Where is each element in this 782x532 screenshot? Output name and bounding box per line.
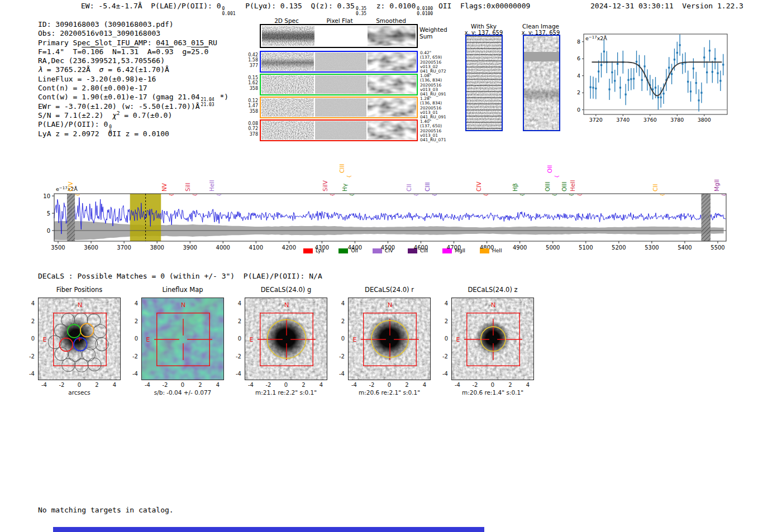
panel-ytick: 0	[23, 336, 35, 342]
panel-xtick: 2	[195, 382, 206, 388]
text-segment: ID: 3090168003 (3090168003.pdf)	[38, 20, 174, 28]
weighted-sum-label-line1: Weighted	[419, 27, 447, 33]
spec-line-brace: {	[346, 174, 352, 179]
text-segment: λ	[38, 65, 42, 74]
spectrum-legend: LyαOIICIVCIIIMgIIHeII	[303, 248, 502, 253]
fiber-cutout-row	[260, 74, 418, 95]
spec-line-label: CIV	[67, 181, 74, 191]
svg-text:4: 4	[577, 73, 580, 79]
spec-line-label: SiIV	[322, 180, 329, 191]
svg-text:4200: 4200	[282, 245, 296, 251]
panel-ytick: -4	[230, 371, 241, 377]
weighted-2d-spec-image	[262, 26, 314, 46]
spec-line-brace: {	[721, 192, 727, 198]
panel-xtick: 4	[316, 382, 327, 388]
text-segment: P(Lyα): 0.135 Q(z): 0.35	[237, 2, 355, 10]
spec-line-label: CII	[652, 184, 659, 191]
text-segment: EWr = -3.70(±1.20) (w: -5.50(±1.70))Å	[38, 102, 200, 111]
panel-xtick: -4	[39, 382, 50, 388]
panel-xtick: -4	[349, 382, 360, 388]
header-timestamp-version: 2024-12-31 03:30:11 Version 1.22.3	[590, 2, 743, 10]
text-segment: 25.0	[191, 47, 208, 56]
info-line: Obs: 20200516v013_3090168003	[38, 29, 228, 38]
panel-overlay: NE	[349, 298, 431, 380]
text-segment: Obs: 20200516v013_3090168003	[38, 29, 160, 37]
svg-text:E: E	[43, 336, 47, 343]
row-left-labels: 0.421.58377	[245, 52, 258, 68]
legend-label: OII	[351, 248, 357, 253]
panel-ytick: 0	[127, 336, 138, 342]
svg-text:3800: 3800	[698, 117, 711, 123]
panel-xtick: 4	[419, 382, 430, 388]
legend-label: MgII	[455, 248, 465, 253]
panel-image-decals: NE	[348, 298, 431, 380]
svg-text:8: 8	[577, 39, 580, 45]
panel-overlay: NE	[452, 298, 534, 380]
panel-ytick: 4	[127, 300, 138, 306]
row-smoothed-image	[368, 121, 416, 140]
legend-item: MgII	[442, 248, 465, 253]
text-segment: = 6.42(±1.70)Å	[103, 65, 169, 74]
weighted-sum-label: Weighted Sum	[419, 27, 447, 40]
panel-xtick: 0	[384, 382, 395, 388]
panel-ytick: 4	[230, 300, 241, 306]
svg-text:6: 6	[577, 55, 580, 61]
panel-caption: arcsecs	[26, 389, 132, 396]
text-segment: LyA z = 2.0972 OII z = 0.0100	[38, 130, 169, 138]
info-line: S/N = 7.1(±2.2) χ2 = 0.7(±0.0)	[38, 111, 228, 120]
panel-overlay: NE	[245, 298, 327, 380]
spec-line-brace: {	[554, 174, 560, 179]
panel-xtick: 4	[109, 382, 120, 388]
stacked-value: 0.350.35	[356, 7, 366, 16]
text-segment: N=	[103, 47, 121, 56]
spec-line-brace: {	[349, 192, 355, 198]
panel-xtick: 4	[212, 382, 223, 388]
text-segment: g=	[174, 47, 191, 56]
panel-ytick: 4	[333, 300, 345, 306]
spec-line-brace: {	[552, 192, 557, 198]
row-left-labels: 0.151.62358	[245, 75, 258, 91]
panel-xtick: -2	[263, 382, 274, 388]
panel-overlay: NE	[142, 298, 224, 380]
panel-caption: m:21.1 re:2.2" s:0.1"	[233, 389, 339, 396]
svg-text:N: N	[388, 301, 392, 309]
weighted-smoothed-image	[368, 26, 416, 46]
footer-note: No matching targets in catalog. Row inte…	[38, 488, 174, 532]
spec-line-brace: {	[192, 192, 198, 198]
panel-ytick: 0	[230, 336, 241, 342]
text-segment: 1.31	[121, 47, 139, 56]
header-summary-line: EW: -5.4±-1.7Å P(LAE)/P(OII): 000.001 P(…	[81, 2, 530, 16]
panel-ytick: 0	[437, 336, 448, 342]
svg-text:e−17x2Å: e−17x2Å	[585, 35, 607, 41]
text-segment: χ	[112, 111, 117, 119]
info-line: RA,Dec (236.399521,53.705566)	[38, 56, 228, 65]
column-header-smoothed: Smoothed	[365, 17, 417, 24]
weighted-sum-row	[260, 24, 418, 48]
svg-text:2: 2	[577, 89, 580, 95]
panel-xtick: 2	[92, 382, 103, 388]
spec-line-brace: {	[569, 192, 574, 198]
panel-image-lineflux: NE	[141, 298, 224, 380]
row-left-labels: 0.080.72378	[245, 121, 258, 137]
weighted-sum-label-line2: Sum	[419, 33, 447, 40]
text-segment: OII Flags:0x00000009	[434, 2, 530, 10]
panel-caption: m:20.6 re:2.1" s:0.1"	[336, 389, 442, 396]
info-line: LyA z = 2.0972 OII z = 0.0100	[38, 130, 228, 138]
legend-label: CIV	[385, 248, 393, 253]
panel-caption: m:20.6 re:1.4" s:0.1"	[440, 389, 546, 396]
spec-line-label: CIII	[338, 164, 346, 173]
row-right-labels: 0.42"(137, 659)20200516v013_02041_RU_072	[420, 51, 454, 74]
spec-line-brace: {	[577, 192, 583, 198]
row-pixel-flat-image	[315, 121, 366, 140]
svg-text:3900: 3900	[183, 245, 197, 251]
text-segment: z: 0.0100	[368, 2, 416, 10]
legend-swatch	[442, 248, 452, 253]
row-smoothed-image	[368, 75, 416, 94]
svg-text:3720: 3720	[589, 117, 603, 123]
row-pixel-flat-image	[315, 75, 366, 94]
row-2d-spec-image	[261, 75, 314, 94]
stacked-value: 0.01000.0100	[417, 7, 433, 16]
elixer-report-page: EW: -5.4±-1.7Å P(LAE)/P(OII): 000.001 P(…	[0, 0, 782, 532]
text-segment: LineFlux = -3.20(±0.98)e-16	[38, 75, 156, 83]
text-segment: 0.93	[156, 47, 173, 56]
